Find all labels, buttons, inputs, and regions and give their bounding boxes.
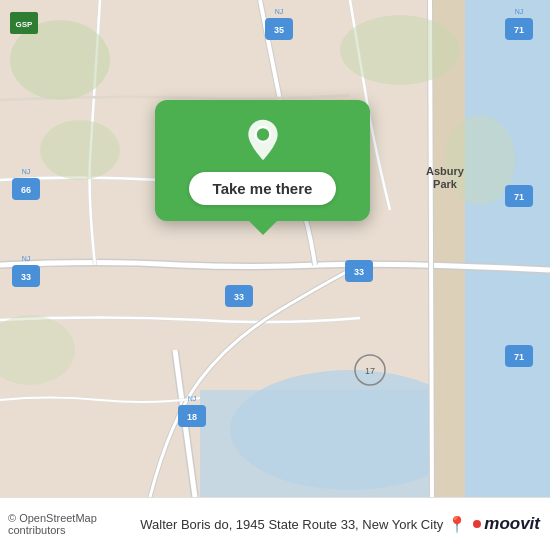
location-text: Walter Boris do, 1945 State Route 33, Ne… xyxy=(140,517,443,532)
svg-text:33: 33 xyxy=(354,267,364,277)
moovit-logo-text: moovit xyxy=(484,514,540,534)
svg-point-7 xyxy=(445,115,515,205)
bottom-bar: © OpenStreetMap contributors Walter Bori… xyxy=(0,497,550,550)
svg-text:GSP: GSP xyxy=(16,20,34,29)
svg-text:66: 66 xyxy=(21,185,31,195)
moovit-dot xyxy=(473,520,481,528)
svg-text:33: 33 xyxy=(21,272,31,282)
map-background: 35 NJ 71 NJ 71 71 66 NJ 33 NJ 33 33 18 N… xyxy=(0,0,550,497)
svg-text:17: 17 xyxy=(365,366,375,376)
svg-point-39 xyxy=(255,127,270,142)
svg-text:71: 71 xyxy=(514,352,524,362)
map-container: 35 NJ 71 NJ 71 71 66 NJ 33 NJ 33 33 18 N… xyxy=(0,0,550,497)
svg-text:18: 18 xyxy=(187,412,197,422)
location-pin-small-icon: 📍 xyxy=(447,515,467,534)
svg-point-8 xyxy=(40,120,120,180)
pin-icon xyxy=(241,118,285,162)
svg-text:Asbury: Asbury xyxy=(426,165,465,177)
svg-text:NJ: NJ xyxy=(22,168,31,175)
location-card: Take me there xyxy=(155,100,370,221)
svg-text:NJ: NJ xyxy=(188,395,197,402)
svg-point-6 xyxy=(340,15,460,85)
location-info: Walter Boris do, 1945 State Route 33, Ne… xyxy=(140,515,467,534)
svg-text:NJ: NJ xyxy=(22,255,31,262)
svg-text:71: 71 xyxy=(514,192,524,202)
svg-text:35: 35 xyxy=(274,25,284,35)
svg-text:71: 71 xyxy=(514,25,524,35)
svg-text:NJ: NJ xyxy=(515,8,524,15)
svg-text:33: 33 xyxy=(234,292,244,302)
copyright-text: © OpenStreetMap contributors xyxy=(8,512,134,536)
svg-text:Park: Park xyxy=(433,178,458,190)
moovit-logo: moovit xyxy=(473,514,540,534)
take-me-there-button[interactable]: Take me there xyxy=(189,172,337,205)
svg-text:NJ: NJ xyxy=(275,8,284,15)
